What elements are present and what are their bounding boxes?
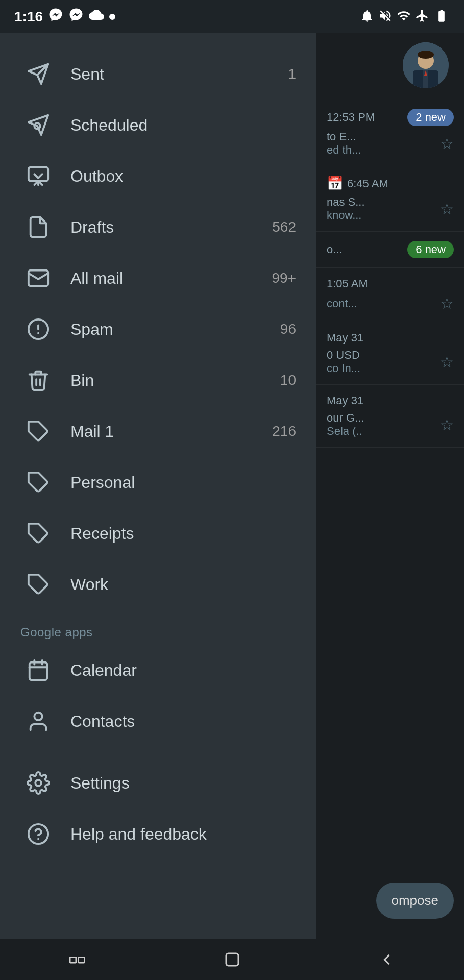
drafts-count: 562: [272, 219, 296, 235]
sidebar-item-all-mail[interactable]: All mail 99+: [0, 253, 316, 304]
spam-label: Spam: [70, 320, 280, 339]
receipts-label: Receipts: [70, 524, 296, 543]
svg-rect-29: [226, 953, 238, 966]
help-label: Help and feedback: [70, 825, 296, 844]
svg-point-14: [34, 713, 42, 720]
star-icon[interactable]: ☆: [440, 416, 454, 434]
bottom-navigation: [0, 939, 464, 980]
home-button[interactable]: [212, 944, 253, 975]
email-item[interactable]: 1:05 AM cont... ☆: [316, 268, 464, 322]
bin-label: Bin: [70, 371, 280, 390]
all-mail-icon: [20, 260, 56, 296]
svg-point-15: [35, 780, 41, 786]
avatar-container[interactable]: [403, 42, 449, 88]
svg-rect-10: [30, 663, 47, 680]
scheduled-label: Scheduled: [70, 116, 296, 135]
sidebar-item-mail1[interactable]: Mail 1 216: [0, 406, 316, 457]
all-mail-label: All mail: [70, 269, 272, 288]
email-time: 1:05 AM: [327, 277, 368, 290]
email-recipient: o...: [327, 243, 343, 256]
time-display: 1:16: [14, 9, 43, 25]
svg-rect-28: [78, 958, 84, 963]
email-badge: 2 new: [407, 109, 454, 126]
sidebar-item-calendar[interactable]: Calendar: [0, 645, 316, 696]
battery-icon: [433, 9, 450, 25]
avatar: [403, 42, 449, 88]
status-bar: 1:16: [0, 0, 464, 33]
dot-icon: [109, 14, 115, 20]
star-icon[interactable]: ☆: [440, 135, 454, 153]
calendar-label: Calendar: [70, 661, 296, 680]
sidebar-item-personal[interactable]: Personal: [0, 457, 316, 508]
spam-count: 96: [280, 321, 296, 337]
star-icon[interactable]: ☆: [440, 353, 454, 371]
alarm-icon: [360, 9, 374, 25]
sidebar-item-settings[interactable]: Settings: [0, 757, 316, 808]
all-mail-count: 99+: [272, 270, 297, 286]
sidebar-item-scheduled[interactable]: Scheduled: [0, 100, 316, 151]
mute-icon: [378, 9, 393, 25]
settings-label: Settings: [70, 774, 296, 793]
wifi-icon: [397, 9, 411, 25]
sent-icon: [20, 56, 56, 92]
bin-count: 10: [280, 372, 296, 388]
back-button[interactable]: [367, 944, 407, 975]
email-recipient: 0 USD: [327, 349, 360, 362]
email-snippet: know...: [327, 209, 365, 222]
svg-point-23: [418, 51, 434, 59]
personal-icon: [20, 464, 56, 500]
email-item[interactable]: 📅 6:45 AM nas S... know... ☆: [316, 166, 464, 232]
sidebar-item-drafts[interactable]: Drafts 562: [0, 202, 316, 253]
email-item[interactable]: May 31 our G... Sela (.. ☆: [316, 385, 464, 448]
sidebar-item-contacts[interactable]: Contacts: [0, 696, 316, 747]
mail1-label: Mail 1: [70, 422, 272, 441]
sidebar-item-outbox[interactable]: Outbox: [0, 151, 316, 202]
sent-count: 1: [288, 66, 296, 82]
mail1-count: 216: [272, 423, 296, 439]
email-snippet: cont...: [327, 297, 357, 310]
sent-label: Sent: [70, 65, 288, 84]
email-item[interactable]: May 31 0 USD co In... ☆: [316, 322, 464, 385]
email-snippet: co In...: [327, 362, 360, 375]
recent-apps-button[interactable]: [57, 944, 98, 975]
cloud-icon: [89, 7, 104, 26]
work-label: Work: [70, 575, 296, 594]
receipts-icon: [20, 516, 56, 551]
personal-label: Personal: [70, 473, 296, 492]
sidebar-item-spam[interactable]: Spam 96: [0, 304, 316, 355]
work-icon: [20, 567, 56, 602]
compose-label: ompose: [392, 893, 439, 908]
sidebar-item-work[interactable]: Work: [0, 559, 316, 610]
email-item[interactable]: 12:53 PM 2 new to E... ed th... ☆: [316, 100, 464, 166]
scheduled-icon: [20, 107, 56, 143]
messenger2-icon: [68, 7, 84, 26]
email-recipient: to E...: [327, 130, 361, 143]
sidebar-item-help[interactable]: Help and feedback: [0, 808, 316, 860]
mail1-icon: [20, 413, 56, 449]
sidebar-item-receipts[interactable]: Receipts: [0, 508, 316, 559]
star-icon[interactable]: ☆: [440, 295, 454, 312]
email-list: 12:53 PM 2 new to E... ed th... ☆ 📅 6:45…: [316, 33, 464, 448]
help-icon: [20, 816, 56, 852]
settings-icon: [20, 765, 56, 801]
drafts-label: Drafts: [70, 218, 272, 237]
outbox-label: Outbox: [70, 167, 296, 186]
star-icon[interactable]: ☆: [440, 200, 454, 218]
sidebar-item-sent[interactable]: Sent 1: [0, 48, 316, 100]
email-time: May 31: [327, 394, 363, 407]
main-layout: Sent 1 Scheduled Outbox: [0, 33, 464, 939]
compose-button[interactable]: ompose: [376, 883, 454, 919]
sidebar-item-bin[interactable]: Bin 10: [0, 355, 316, 406]
airplane-icon: [415, 9, 429, 25]
svg-rect-27: [70, 958, 76, 963]
drafts-icon: [20, 209, 56, 245]
spam-icon: [20, 311, 56, 347]
email-recipient: our G...: [327, 411, 364, 425]
svg-marker-2: [29, 115, 48, 135]
contacts-icon: [20, 703, 56, 739]
avatar-image: [403, 42, 449, 88]
calendar-icon: [20, 652, 56, 688]
email-snippet: ed th...: [327, 143, 361, 157]
email-item[interactable]: o... 6 new: [316, 232, 464, 268]
messenger-icon: [48, 7, 63, 26]
